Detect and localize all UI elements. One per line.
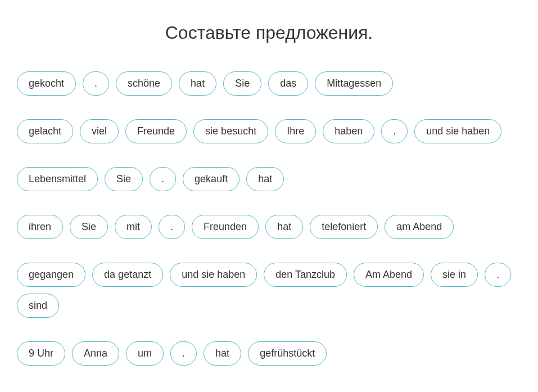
word-pill[interactable]: schöne [116,71,172,96]
word-pill[interactable]: und sie haben [414,119,501,143]
word-pill[interactable]: haben [323,119,374,143]
word-pill[interactable]: . [83,71,109,96]
word-pill[interactable]: hat [246,167,284,191]
word-pill[interactable]: Anna [72,341,119,366]
word-pill[interactable]: gegangen [17,263,85,287]
word-pill[interactable]: Sie [223,71,261,96]
sentence-row-2: Lebensmittel Sie . gekauft hat [17,167,521,191]
word-pill[interactable]: um [126,341,164,366]
word-pill[interactable]: telefoniert [310,215,378,239]
word-pill[interactable]: Lebensmittel [17,167,98,191]
word-pill[interactable]: gekauft [183,167,239,191]
word-pill[interactable]: sie besucht [193,119,268,143]
word-pill[interactable]: . [485,263,511,287]
word-pill[interactable]: Sie [70,215,108,239]
page-title: Составьте предложения. [17,22,521,43]
word-pill[interactable]: am Abend [385,215,454,239]
word-pill[interactable]: . [159,215,185,239]
word-pill[interactable]: Freunden [192,215,259,239]
word-pill[interactable]: Freunde [125,119,187,143]
sentence-row-1: gelacht viel Freunde sie besucht Ihre ha… [17,119,521,143]
word-pill[interactable]: Am Abend [354,263,424,287]
word-pill[interactable]: . [170,341,197,366]
word-pill[interactable]: Mittagessen [315,71,393,96]
word-pill[interactable]: sind [17,294,59,318]
word-pill[interactable]: mit [115,215,152,239]
word-pill[interactable]: sie in [431,263,478,287]
word-pill[interactable]: Ihre [275,119,316,143]
word-pill[interactable]: hat [265,215,303,239]
word-pill[interactable]: da getanzt [92,263,163,287]
sentence-row-5: 9 Uhr Anna um . hat gefrühstückt [17,341,521,366]
sentence-row-4: gegangen da getanzt und sie haben den Ta… [17,263,521,318]
word-pill[interactable]: den Tanzclub [264,263,347,287]
word-pill[interactable]: Sie [105,167,143,191]
word-pill[interactable]: viel [80,119,119,143]
word-pill[interactable]: 9 Uhr [17,341,65,366]
word-pill[interactable]: hat [204,341,241,366]
word-pill[interactable]: gelacht [17,119,73,143]
word-pill[interactable]: ihren [17,215,63,239]
word-pill[interactable]: gekocht [17,71,76,96]
word-pill[interactable]: hat [179,71,216,96]
word-pill[interactable]: gefrühstückt [248,341,327,366]
sentence-row-3: ihren Sie mit . Freunden hat telefoniert… [17,215,521,239]
word-pill[interactable]: . [150,167,176,191]
sentence-row-0: gekocht . schöne hat Sie das Mittagessen [17,71,521,96]
word-pill[interactable]: das [268,71,308,96]
word-pill[interactable]: . [381,119,408,143]
word-pill[interactable]: und sie haben [170,263,257,287]
